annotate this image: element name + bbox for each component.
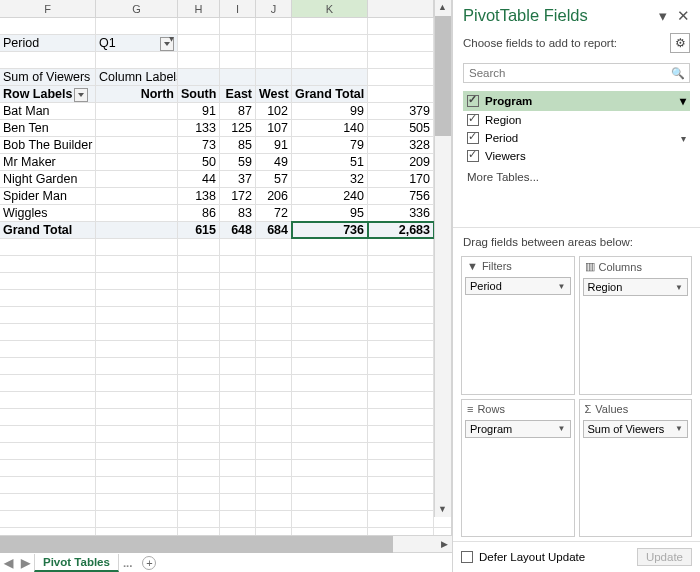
col-header-K[interactable]: K [292, 0, 368, 17]
col-header-I[interactable]: I [220, 0, 256, 17]
cell[interactable] [0, 477, 96, 493]
cell[interactable] [96, 171, 178, 187]
cell[interactable] [178, 528, 220, 535]
cell[interactable] [96, 137, 178, 153]
chevron-down-icon[interactable]: ▼ [675, 283, 683, 292]
cell[interactable] [256, 358, 292, 374]
cell[interactable]: 95 [292, 205, 368, 221]
cell[interactable] [368, 409, 434, 425]
cell[interactable] [220, 69, 256, 85]
cell[interactable] [256, 18, 292, 34]
cell[interactable]: Q1 [96, 35, 178, 51]
cell[interactable] [368, 86, 434, 102]
cell[interactable]: 125 [220, 120, 256, 136]
cell[interactable] [0, 494, 96, 510]
cell[interactable]: 51 [292, 154, 368, 170]
cell[interactable] [368, 35, 434, 51]
cell[interactable]: East [220, 86, 256, 102]
cell[interactable] [178, 358, 220, 374]
cell[interactable] [292, 409, 368, 425]
cell[interactable] [292, 290, 368, 306]
cell[interactable] [368, 273, 434, 289]
cell[interactable] [292, 528, 368, 535]
cell[interactable]: South [178, 86, 220, 102]
add-sheet-button[interactable]: + [142, 556, 156, 570]
cell[interactable] [96, 477, 178, 493]
col-header-G[interactable]: G [96, 0, 178, 17]
cell[interactable]: 49 [256, 154, 292, 170]
tab-nav-next[interactable]: ▶ [17, 556, 34, 570]
cell[interactable] [178, 18, 220, 34]
cell[interactable] [220, 358, 256, 374]
cell[interactable]: Night Garden [0, 171, 96, 187]
cell[interactable] [292, 18, 368, 34]
cell[interactable] [368, 460, 434, 476]
cell[interactable] [256, 409, 292, 425]
cell[interactable] [368, 443, 434, 459]
cell[interactable] [220, 443, 256, 459]
cell[interactable] [256, 290, 292, 306]
cell[interactable]: 172 [220, 188, 256, 204]
chevron-down-icon[interactable]: ▼ [558, 424, 566, 433]
cell[interactable] [96, 290, 178, 306]
cell[interactable] [96, 103, 178, 119]
field-viewers[interactable]: Viewers [463, 147, 690, 165]
cell[interactable]: 99 [292, 103, 368, 119]
cell[interactable] [292, 426, 368, 442]
cell[interactable] [220, 375, 256, 391]
cell[interactable] [178, 324, 220, 340]
cell[interactable] [220, 273, 256, 289]
cell[interactable]: 336 [368, 205, 434, 221]
cell[interactable] [178, 477, 220, 493]
cell[interactable]: 91 [178, 103, 220, 119]
cell[interactable] [220, 341, 256, 357]
chevron-down-icon[interactable]: ▼ [558, 282, 566, 291]
cell[interactable] [368, 290, 434, 306]
cell[interactable] [96, 154, 178, 170]
cell[interactable] [292, 273, 368, 289]
cell[interactable]: North [96, 86, 178, 102]
cell[interactable] [256, 52, 292, 68]
area-columns[interactable]: ▥ColumnsRegion▼ [579, 256, 693, 395]
area-chip[interactable]: Sum of Viewers▼ [583, 420, 689, 438]
cell[interactable] [368, 256, 434, 272]
cell[interactable] [292, 375, 368, 391]
cell[interactable] [96, 307, 178, 323]
cell[interactable] [368, 494, 434, 510]
col-header-blank[interactable] [368, 0, 434, 17]
cell[interactable] [292, 511, 368, 527]
cell[interactable] [220, 256, 256, 272]
cell[interactable] [178, 341, 220, 357]
panel-minimize-icon[interactable]: ▾ [659, 7, 667, 25]
cell[interactable] [0, 460, 96, 476]
cell[interactable] [368, 426, 434, 442]
field-region[interactable]: Region [463, 111, 690, 129]
cell[interactable]: 756 [368, 188, 434, 204]
cell[interactable]: West [256, 86, 292, 102]
cell[interactable] [96, 494, 178, 510]
cell[interactable] [256, 443, 292, 459]
cell[interactable] [292, 324, 368, 340]
cell[interactable] [292, 494, 368, 510]
cell[interactable]: 57 [256, 171, 292, 187]
cell[interactable] [0, 392, 96, 408]
cell[interactable]: 133 [178, 120, 220, 136]
cell[interactable] [256, 35, 292, 51]
cell[interactable] [368, 477, 434, 493]
field-period[interactable]: Period▾ [463, 129, 690, 147]
cell[interactable] [178, 460, 220, 476]
cell[interactable] [96, 392, 178, 408]
cell[interactable] [0, 443, 96, 459]
cell[interactable] [256, 460, 292, 476]
area-rows[interactable]: ≡RowsProgram▼ [461, 399, 575, 538]
scroll-thumb[interactable] [435, 16, 451, 136]
cell[interactable] [368, 239, 434, 255]
cell[interactable]: 170 [368, 171, 434, 187]
cell[interactable] [178, 426, 220, 442]
cell[interactable]: 37 [220, 171, 256, 187]
cell[interactable] [256, 69, 292, 85]
cell[interactable]: 79 [292, 137, 368, 153]
cell[interactable]: 72 [256, 205, 292, 221]
cell[interactable] [256, 477, 292, 493]
selected-cell[interactable]: 736 [292, 222, 368, 238]
